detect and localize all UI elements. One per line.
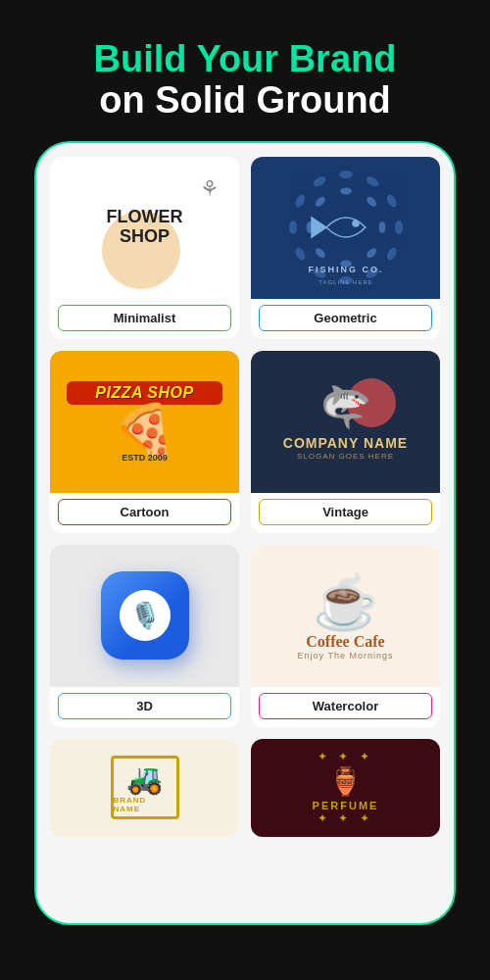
svg-point-9 xyxy=(289,220,297,234)
card-vintage[interactable]: 🦈 COMPANY NAME SLOGAN GOES HERE Vintage xyxy=(251,351,440,533)
card-image-watercolor: ☕ Coffee Cafe Enjoy The Mornings xyxy=(251,545,440,687)
bottom-partial-row: 🚜 BRAND NAME ✦ ✦ ✦ 🏺 PERFUME ✦ ✦ ✦ xyxy=(50,739,440,837)
svg-point-11 xyxy=(311,174,326,188)
svg-point-3 xyxy=(395,220,403,234)
svg-text:TAGLINE HERE: TAGLINE HERE xyxy=(318,279,373,285)
card-logistics[interactable]: 🚜 BRAND NAME xyxy=(50,739,239,837)
logo-grid: FLOWERSHOP ⚘ Minimalist xyxy=(50,157,440,727)
card-minimalist[interactable]: FLOWERSHOP ⚘ Minimalist xyxy=(50,157,239,339)
svg-point-13 xyxy=(365,195,377,208)
svg-point-14 xyxy=(378,221,385,233)
vintage-label: Vintage xyxy=(259,499,432,525)
minimalist-deco-icon: ⚘ xyxy=(200,176,220,202)
card-image-cartoon: PIZZA SHOP 🍕 ESTD 2009 xyxy=(50,351,239,493)
forklift-icon: 🚜 xyxy=(126,761,163,796)
svg-point-10 xyxy=(293,193,307,209)
svg-point-2 xyxy=(384,193,398,209)
brand-name-partial: BRAND NAME xyxy=(114,796,176,813)
svg-point-17 xyxy=(314,246,326,259)
card-image-minimalist: FLOWERSHOP ⚘ xyxy=(50,157,239,299)
mic-box: 🎙️ xyxy=(101,571,189,660)
page-header: Build Your Brand on Solid Ground xyxy=(0,0,490,141)
coffee-cup-icon: ☕ xyxy=(313,571,378,633)
shark-icon: 🦈 xyxy=(320,383,371,431)
coffee-name: Coffee Cafe xyxy=(306,633,384,651)
card-image-vintage: 🦈 COMPANY NAME SLOGAN GOES HERE xyxy=(251,351,440,493)
perfume-stars-top: ✦ ✦ ✦ xyxy=(318,750,373,763)
phone-frame: FLOWERSHOP ⚘ Minimalist xyxy=(34,141,456,925)
watercolor-label: Watercolor xyxy=(259,693,432,719)
perfume-stars-bottom: ✦ ✦ ✦ xyxy=(318,811,373,825)
header-line2: on Solid Ground xyxy=(29,80,461,122)
svg-point-15 xyxy=(365,246,377,259)
coffee-sub: Enjoy The Mornings xyxy=(298,651,394,661)
svg-point-8 xyxy=(293,246,307,262)
3d-label: 3D xyxy=(58,693,231,719)
geometric-label: Geometric xyxy=(259,305,432,331)
perfume-brand: PERFUME xyxy=(313,800,379,811)
svg-point-4 xyxy=(384,246,398,262)
vintage-company-name: COMPANY NAME xyxy=(283,435,408,451)
svg-point-20 xyxy=(353,220,359,226)
svg-point-0 xyxy=(339,171,353,178)
svg-text:FISHING CO.: FISHING CO. xyxy=(308,265,383,274)
card-image-geometric: FISHING CO. TAGLINE HERE xyxy=(251,157,440,299)
svg-point-19 xyxy=(314,195,326,208)
card-cartoon[interactable]: PIZZA SHOP 🍕 ESTD 2009 Cartoon xyxy=(50,351,239,533)
svg-point-1 xyxy=(364,174,379,188)
mic-circle: 🎙️ xyxy=(120,590,171,641)
perfume-icon: 🏺 xyxy=(328,765,363,798)
cartoon-label: Cartoon xyxy=(58,499,231,525)
card-geometric[interactable]: FISHING CO. TAGLINE HERE Geometric xyxy=(251,157,440,339)
estd-text: ESTD 2009 xyxy=(122,453,168,463)
vintage-slogan: SLOGAN GOES HERE xyxy=(297,452,394,461)
geometric-svg: FISHING CO. TAGLINE HERE xyxy=(263,157,429,299)
card-3d[interactable]: 🎙️ 3D xyxy=(50,545,239,727)
card-watercolor[interactable]: ☕ Coffee Cafe Enjoy The Mornings Waterco… xyxy=(251,545,440,727)
card-perfume[interactable]: ✦ ✦ ✦ 🏺 PERFUME ✦ ✦ ✦ xyxy=(251,739,440,837)
minimalist-brand: FLOWERSHOP xyxy=(107,208,183,247)
header-line1: Build Your Brand xyxy=(29,39,461,80)
pizza-emoji: 🍕 xyxy=(113,401,176,461)
card-image-3d: 🎙️ xyxy=(50,545,239,687)
svg-point-12 xyxy=(340,187,352,194)
minimalist-label: Minimalist xyxy=(58,305,231,331)
